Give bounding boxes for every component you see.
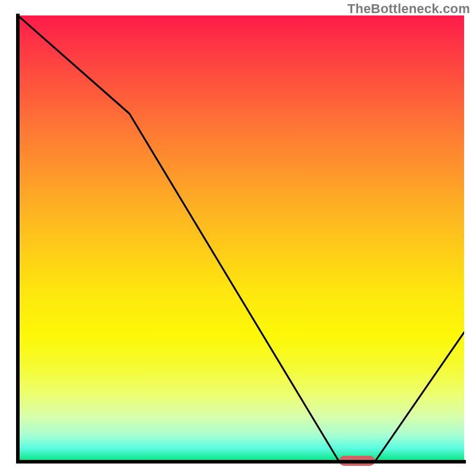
chart-container: TheBottleneck.com bbox=[0, 0, 476, 476]
axes bbox=[0, 0, 476, 476]
